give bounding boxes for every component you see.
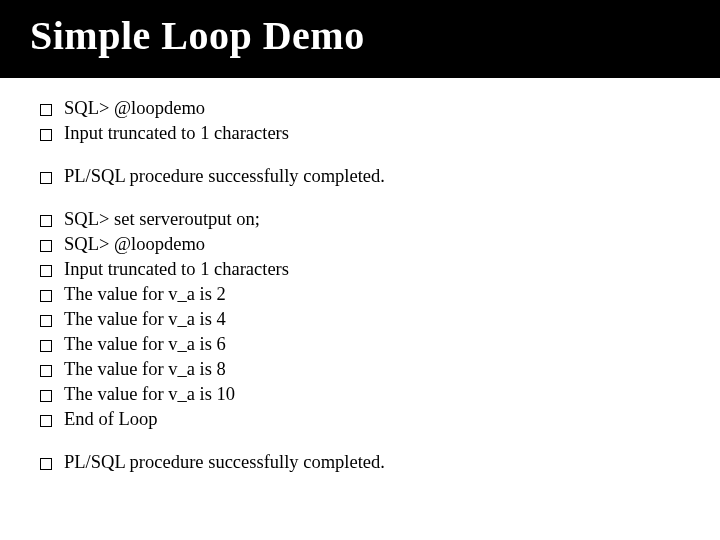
square-bullet-icon <box>40 265 52 277</box>
square-bullet-icon <box>40 104 52 116</box>
bullet-text: PL/SQL procedure successfully completed. <box>64 450 680 475</box>
bullet-text: The value for v_a is 4 <box>64 307 680 332</box>
square-bullet-icon <box>40 415 52 427</box>
bullet-group: SQL> @loopdemo Input truncated to 1 char… <box>40 96 680 146</box>
square-bullet-icon <box>40 365 52 377</box>
bullet-text: SQL> @loopdemo <box>64 232 680 257</box>
square-bullet-icon <box>40 129 52 141</box>
slide-title: Simple Loop Demo <box>0 0 720 78</box>
list-item: The value for v_a is 8 <box>40 357 680 382</box>
bullet-text: SQL> @loopdemo <box>64 96 680 121</box>
square-bullet-icon <box>40 172 52 184</box>
list-item: End of Loop <box>40 407 680 432</box>
list-item: SQL> @loopdemo <box>40 232 680 257</box>
bullet-text: Input truncated to 1 characters <box>64 257 680 282</box>
slide-body: SQL> @loopdemo Input truncated to 1 char… <box>0 78 720 540</box>
list-item: Input truncated to 1 characters <box>40 121 680 146</box>
square-bullet-icon <box>40 215 52 227</box>
bullet-text: The value for v_a is 10 <box>64 382 680 407</box>
bullet-group: PL/SQL procedure successfully completed. <box>40 164 680 189</box>
list-item: PL/SQL procedure successfully completed. <box>40 450 680 475</box>
square-bullet-icon <box>40 240 52 252</box>
bullet-group: SQL> set serveroutput on; SQL> @loopdemo… <box>40 207 680 432</box>
bullet-text: PL/SQL procedure successfully completed. <box>64 164 680 189</box>
bullet-text: SQL> set serveroutput on; <box>64 207 680 232</box>
list-item: PL/SQL procedure successfully completed. <box>40 164 680 189</box>
bullet-text: The value for v_a is 2 <box>64 282 680 307</box>
list-item: SQL> set serveroutput on; <box>40 207 680 232</box>
square-bullet-icon <box>40 458 52 470</box>
list-item: The value for v_a is 10 <box>40 382 680 407</box>
bullet-text: The value for v_a is 8 <box>64 357 680 382</box>
bullet-text: Input truncated to 1 characters <box>64 121 680 146</box>
list-item: The value for v_a is 4 <box>40 307 680 332</box>
list-item: SQL> @loopdemo <box>40 96 680 121</box>
square-bullet-icon <box>40 340 52 352</box>
bullet-text: End of Loop <box>64 407 680 432</box>
square-bullet-icon <box>40 390 52 402</box>
slide: Simple Loop Demo SQL> @loopdemo Input tr… <box>0 0 720 540</box>
bullet-group: PL/SQL procedure successfully completed. <box>40 450 680 475</box>
square-bullet-icon <box>40 290 52 302</box>
list-item: The value for v_a is 2 <box>40 282 680 307</box>
bullet-text: The value for v_a is 6 <box>64 332 680 357</box>
square-bullet-icon <box>40 315 52 327</box>
list-item: The value for v_a is 6 <box>40 332 680 357</box>
list-item: Input truncated to 1 characters <box>40 257 680 282</box>
